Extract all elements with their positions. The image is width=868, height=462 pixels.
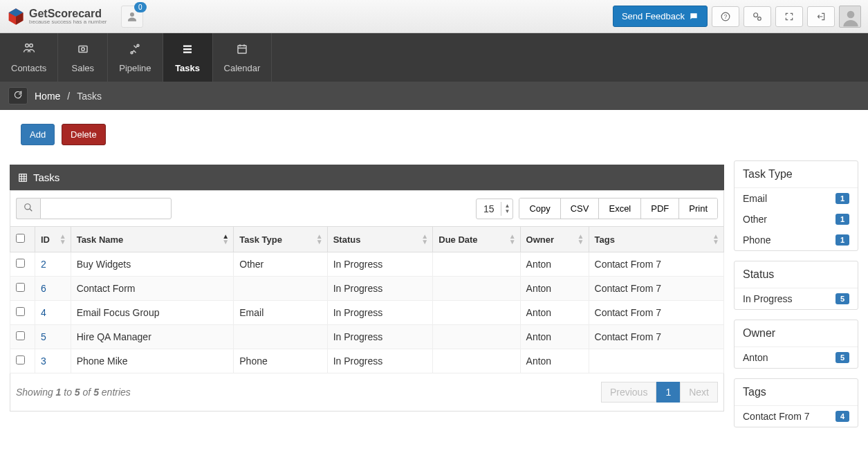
col-task-name[interactable]: Task Name▲▼ (71, 227, 234, 252)
cell-task-type (234, 325, 327, 349)
stepper-arrows: ▲▼ (501, 202, 513, 216)
logout-button[interactable] (807, 6, 835, 27)
refresh-button[interactable] (8, 87, 28, 104)
search-input[interactable] (40, 198, 172, 219)
send-feedback-button[interactable]: Send Feedback (613, 6, 708, 27)
export-csv-button[interactable]: CSV (561, 198, 600, 219)
table-row: 2Buy WidgetsOtherIn ProgressAntonContact… (10, 252, 724, 277)
cell-due-date (433, 325, 520, 349)
row-checkbox[interactable] (16, 331, 25, 340)
settings-button[interactable] (744, 6, 771, 27)
send-feedback-label: Send Feedback (622, 11, 685, 21)
nav-contacts[interactable]: Contacts (0, 33, 58, 82)
logo-subtitle: because success has a number (29, 19, 107, 25)
breadcrumb: Home / Tasks (0, 82, 868, 110)
logo[interactable]: GetScorecard because success has a numbe… (7, 8, 107, 26)
cell-task-type: Other (234, 252, 327, 277)
sort-icon: ▲▼ (578, 234, 584, 245)
row-checkbox[interactable] (16, 307, 25, 316)
page-size-value: 15 (477, 199, 501, 219)
svg-text:?: ? (724, 13, 728, 19)
sort-icon: ▲▼ (509, 234, 516, 245)
row-checkbox[interactable] (16, 283, 25, 292)
col-due-date[interactable]: Due Date▲▼ (433, 227, 520, 252)
avatar[interactable] (839, 6, 861, 28)
add-button[interactable]: Add (21, 124, 55, 145)
pipeline-icon (119, 43, 151, 59)
help-button[interactable]: ? (712, 6, 739, 27)
nav-tasks[interactable]: Tasks (163, 33, 213, 82)
nav-calendar[interactable]: Calendar (213, 33, 273, 82)
table-footer: Showing 1 to 5 of 5 entries Previous 1 N… (10, 373, 724, 412)
refresh-icon (13, 90, 23, 100)
pager-next[interactable]: Next (680, 382, 718, 403)
export-group: CopyCSVExcelPDFPrint (519, 198, 718, 219)
cell-status: In Progress (327, 301, 433, 325)
filter-item[interactable]: Other1 (735, 209, 858, 230)
filter-status: StatusIn Progress5 (734, 261, 858, 310)
task-id-link[interactable]: 5 (41, 331, 46, 342)
delete-button[interactable]: Delete (62, 124, 106, 145)
search-icon-wrap (16, 198, 40, 219)
export-print-button[interactable]: Print (679, 198, 717, 219)
tasks-icon (174, 43, 201, 59)
action-bar: Add Delete (0, 110, 868, 151)
sort-icon: ▲▼ (59, 234, 66, 245)
calendar-icon (224, 43, 261, 59)
contacts-icon (11, 43, 46, 59)
pager-page-1[interactable]: 1 (656, 382, 680, 403)
filter-label: In Progress (743, 293, 793, 304)
cell-task-type: Phone (234, 349, 327, 373)
cell-task-name: Email Focus Group (71, 301, 234, 325)
cell-status: In Progress (327, 277, 433, 301)
select-all-checkbox[interactable] (16, 234, 25, 243)
cell-tags: Contact From 7 (589, 277, 723, 301)
filter-label: Contact From 7 (743, 411, 809, 422)
cell-owner: Anton (520, 325, 589, 349)
export-copy-button[interactable]: Copy (519, 198, 560, 219)
filter-item[interactable]: Email1 (735, 188, 858, 209)
svg-rect-13 (238, 46, 246, 53)
cell-task-name: Contact Form (71, 277, 234, 301)
expand-icon (784, 12, 794, 21)
filter-item[interactable]: In Progress5 (735, 288, 858, 309)
nav-label: Contacts (11, 63, 46, 73)
col-tags[interactable]: Tags▲▼ (589, 227, 723, 252)
col-task-type[interactable]: Task Type▲▼ (234, 227, 327, 252)
nav-pipeline[interactable]: Pipeline (108, 33, 163, 82)
export-excel-button[interactable]: Excel (599, 198, 641, 219)
export-pdf-button[interactable]: PDF (641, 198, 679, 219)
task-id-link[interactable]: 3 (41, 355, 46, 367)
col-status[interactable]: Status▲▼ (327, 227, 433, 252)
breadcrumb-home[interactable]: Home (35, 91, 60, 102)
table-row: 3Phone MikePhoneIn ProgressAnton (10, 349, 724, 373)
cell-tags: Contact From 7 (589, 325, 723, 349)
task-id-link[interactable]: 2 (41, 259, 46, 270)
col-id[interactable]: ID▲▼ (35, 227, 71, 252)
pager: Previous 1 Next (601, 382, 718, 403)
notif-badge: 0 (134, 2, 147, 12)
task-id-link[interactable]: 4 (41, 307, 46, 318)
nav-label: Tasks (174, 63, 201, 73)
filter-label: Email (743, 193, 767, 204)
filter-item[interactable]: Contact From 74 (735, 406, 858, 427)
page-size-selector[interactable]: 15 ▲▼ (476, 198, 514, 219)
row-checkbox[interactable] (16, 355, 25, 364)
col-owner[interactable]: Owner▲▼ (520, 227, 589, 252)
cell-owner: Anton (520, 301, 589, 325)
filter-item[interactable]: Phone1 (735, 230, 858, 250)
search-icon (24, 203, 33, 212)
filter-item[interactable]: Anton5 (735, 347, 858, 368)
pager-previous[interactable]: Previous (601, 382, 656, 403)
row-checkbox[interactable] (16, 259, 25, 268)
cell-task-name: Phone Mike (71, 349, 234, 373)
sort-icon: ▲▼ (712, 234, 719, 245)
svg-rect-14 (19, 174, 27, 181)
notifications-button[interactable]: 0 (121, 6, 143, 28)
cell-status: In Progress (327, 325, 433, 349)
task-id-link[interactable]: 6 (41, 283, 46, 294)
nav-sales[interactable]: Sales (58, 33, 108, 82)
filter-count: 4 (835, 411, 849, 422)
table-row: 5Hire QA ManagerIn ProgressAntonContact … (10, 325, 724, 349)
fullscreen-button[interactable] (775, 6, 803, 27)
